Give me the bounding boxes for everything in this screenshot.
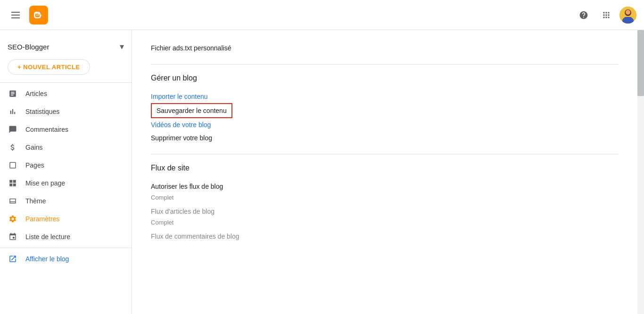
chevron-down-icon: ▾ [120,41,124,52]
grid-icon[interactable] [597,6,616,24]
external-link-icon [8,255,18,263]
sauvegarder-contenu-link[interactable]: Sauvegarder le contenu [151,103,232,118]
supprimer-blog-link[interactable]: Supprimer votre blog [151,131,619,145]
flux-blog-label[interactable]: Autoriser les flux de blog [151,180,619,193]
sidebar: SEO-Blogger ▾ + NOUVEL ARTICLE Articles … [0,30,132,314]
flux-blog-value: Complet [151,193,619,205]
sidebar-item-liste-lecture[interactable]: Liste de lecture [0,228,124,246]
videos-blog-link[interactable]: Vidéos de votre blog [151,118,619,131]
flux-commentaires-label: Flux de commentaires de blog [151,230,619,243]
sidebar-item-mise-en-page[interactable]: Mise en page [0,174,124,192]
svg-point-7 [626,10,630,15]
flux-articles-item: Flux d'articles de blog Complet [151,205,619,230]
sidebar-item-statistiques[interactable]: Statistiques [0,103,124,121]
sidebar-label-gains: Gains [25,144,116,151]
sidebar-label-parametres: Paramètres [25,215,116,223]
sidebar-label-liste-lecture: Liste de lecture [25,233,116,241]
header [0,0,644,30]
sidebar-label-theme: Thème [25,197,116,205]
blogger-logo-icon [33,9,44,21]
file-section-divider [151,64,619,64]
settings-icon [8,215,18,223]
main-content: Fichier ads.txt personnalisé Gérer un bl… [132,30,637,314]
sidebar-label-afficher-blog: Afficher le blog [25,255,116,263]
gerer-blog-divider [151,154,619,154]
file-ads-label: Fichier ads.txt personnalisé [151,41,619,55]
articles-icon [8,89,18,98]
gains-icon [8,143,18,152]
pages-icon [8,161,18,169]
reading-icon [8,233,18,241]
theme-icon [8,197,18,205]
gerer-blog-title: Gérer un blog [151,74,619,82]
sidebar-item-gains[interactable]: Gains [0,138,124,156]
sidebar-label-mise-en-page: Mise en page [25,179,116,187]
sidebar-item-parametres[interactable]: Paramètres [0,210,124,228]
svg-rect-8 [624,17,632,22]
flux-site-title: Flux de site [151,164,619,172]
sidebar-label-statistiques: Statistiques [25,108,116,115]
sidebar-item-afficher-blog[interactable]: Afficher le blog [0,250,124,268]
flux-articles-value: Complet [151,218,619,230]
sidebar-item-pages[interactable]: Pages [0,156,124,174]
flux-articles-label: Flux d'articles de blog [151,205,619,218]
layout-icon [8,179,18,187]
layout: SEO-Blogger ▾ + NOUVEL ARTICLE Articles … [0,30,644,314]
sidebar-item-articles[interactable]: Articles [0,85,124,103]
flux-commentaires-item: Flux de commentaires de blog [151,230,619,243]
sidebar-label-articles: Articles [25,90,116,97]
stats-icon [8,107,18,116]
avatar[interactable] [619,7,636,24]
scrollbar-thumb[interactable] [637,30,644,96]
sidebar-divider-top [0,82,132,83]
gerer-blog-section: Gérer un blog Importer le contenu Sauveg… [151,74,619,154]
sidebar-divider-bottom [0,248,132,248]
importer-contenu-link[interactable]: Importer le contenu [151,90,619,103]
svg-point-3 [38,15,39,16]
help-icon[interactable] [574,6,593,24]
header-right [574,6,636,24]
right-scrollbar[interactable] [637,30,644,314]
file-section: Fichier ads.txt personnalisé [151,41,619,64]
sidebar-label-commentaires: Commentaires [25,126,116,133]
header-left [8,6,48,24]
new-article-button[interactable]: + NOUVEL ARTICLE [8,59,90,75]
flux-site-section: Flux de site Autoriser les flux de blog … [151,164,619,243]
avatar-icon [619,7,636,24]
blog-selector[interactable]: SEO-Blogger ▾ [0,38,132,59]
comments-icon [8,125,18,134]
blogger-logo[interactable] [29,6,48,24]
sidebar-item-theme[interactable]: Thème [0,192,124,210]
sidebar-item-commentaires[interactable]: Commentaires [0,121,124,138]
svg-point-1 [38,14,39,15]
svg-point-2 [36,15,37,16]
blog-name: SEO-Blogger [8,43,49,51]
sidebar-label-pages: Pages [25,161,116,169]
hamburger-icon[interactable] [8,8,24,22]
svg-point-0 [36,14,37,15]
flux-blog-item: Autoriser les flux de blog Complet [151,180,619,205]
